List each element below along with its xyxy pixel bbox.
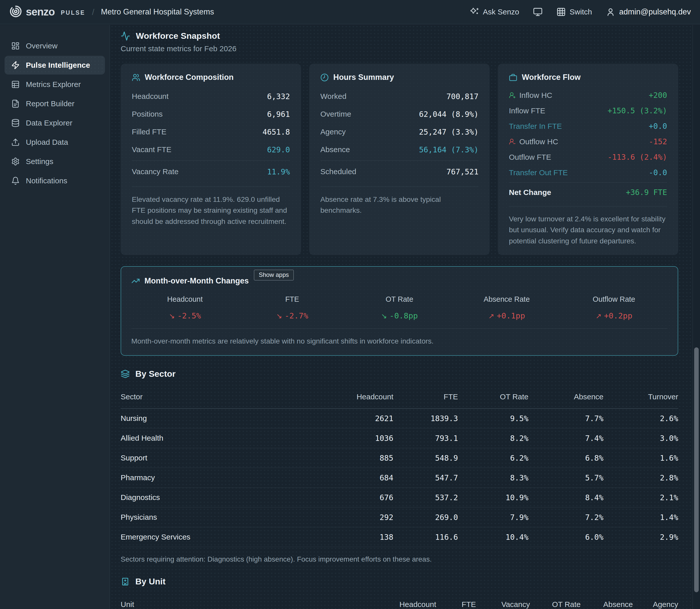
metric-value: 11.9% xyxy=(267,167,290,176)
column-header: Agency xyxy=(633,600,678,609)
ask-senzo-button[interactable]: Ask Senzo xyxy=(470,7,519,16)
metric-label: Vacancy Rate xyxy=(132,167,179,176)
row-value: 684 xyxy=(343,473,393,482)
sidebar-item-settings[interactable]: Settings xyxy=(4,152,105,171)
mom-metric-label: Outflow Rate xyxy=(560,295,667,303)
row-value: 1.4% xyxy=(604,513,678,522)
metric-value: 62,044 (8.9%) xyxy=(419,110,479,119)
row-value: 7.9% xyxy=(458,513,528,522)
row-value: 6.0% xyxy=(528,533,604,542)
metric-row: Outflow HC-152 xyxy=(509,134,667,149)
ask-senzo-label: Ask Senzo xyxy=(483,7,519,16)
metric-label: Net Change xyxy=(509,188,551,197)
row-value: 1036 xyxy=(343,434,393,443)
mom-metric-value: ↗+0.2pp xyxy=(560,311,667,320)
row-value: 10.4% xyxy=(458,533,528,542)
display-button[interactable] xyxy=(533,7,543,17)
user-menu[interactable]: admin@pulsehq.dev xyxy=(606,7,691,17)
sidebar-item-overview[interactable]: Overview xyxy=(4,36,105,55)
table-icon xyxy=(11,80,20,89)
metric-label: Agency xyxy=(320,127,346,136)
sidebar-item-label: Data Explorer xyxy=(26,119,72,127)
row-value: 138 xyxy=(343,533,393,542)
section-subtitle: Current state metrics for Feb 2026 xyxy=(121,45,678,53)
metric-label: Absence xyxy=(320,145,350,154)
sparkles-icon xyxy=(470,7,479,16)
metric-row: Transfer In FTE+0.0 xyxy=(509,118,667,134)
section-title: Workforce Snapshot xyxy=(136,31,220,41)
metric-value: 6,332 xyxy=(267,92,290,101)
row-value: 537.2 xyxy=(393,493,458,502)
row-value: 292 xyxy=(343,513,393,522)
sidebar-item-report-builder[interactable]: Report Builder xyxy=(4,94,105,113)
sidebar-item-label: Upload Data xyxy=(26,138,68,146)
sidebar-item-metrics-explorer[interactable]: Metrics Explorer xyxy=(4,75,105,94)
sidebar-item-data-explorer[interactable]: Data Explorer xyxy=(4,114,105,132)
metric-value: 767,521 xyxy=(447,167,479,176)
monitor-icon xyxy=(533,7,543,17)
by-unit-section: By Unit UnitHeadcountFTEVacancyOT RateAb… xyxy=(121,577,678,609)
database-icon xyxy=(11,119,20,127)
metric-row: Inflow HC+200 xyxy=(509,87,667,103)
mom-panel: Show apps Month-over-Month Changes Headc… xyxy=(121,266,678,356)
mom-metric: Absence Rate↗+0.1pp xyxy=(453,295,560,320)
users-icon xyxy=(132,73,140,82)
topbar: senzo PULSE / Metro General Hospital Sys… xyxy=(0,0,700,24)
row-value: 1839.3 xyxy=(393,414,458,423)
row-value: 7.4% xyxy=(528,434,604,443)
card-title: Workforce Composition xyxy=(145,73,234,82)
trend-arrow-icon: ↘ xyxy=(169,312,175,320)
workforce-snapshot-header: Workforce Snapshot xyxy=(121,31,678,41)
row-value: 9.5% xyxy=(458,414,528,423)
row-value: 885 xyxy=(343,454,393,463)
trending-up-icon xyxy=(131,277,140,285)
sidebar-item-notifications[interactable]: Notifications xyxy=(4,171,105,190)
activity-icon xyxy=(121,31,130,41)
row-value: 2621 xyxy=(343,414,393,423)
metric-value: 700,817 xyxy=(447,92,479,101)
row-value: 8.2% xyxy=(458,434,528,443)
metric-row: Inflow FTE+150.5 (3.2%) xyxy=(509,103,667,118)
metric-row: Overtime62,044 (8.9%) xyxy=(320,105,479,123)
card-metrics: Worked700,817Overtime62,044 (8.9%)Agency… xyxy=(320,87,479,180)
metric-value: 56,164 (7.3%) xyxy=(419,145,479,154)
row-label: Allied Health xyxy=(121,434,343,442)
row-value: 8.3% xyxy=(458,473,528,482)
switch-label: Switch xyxy=(570,7,592,16)
sidebar-item-upload-data[interactable]: Upload Data xyxy=(4,133,105,152)
scrollbar[interactable] xyxy=(693,25,700,609)
metric-label: Inflow HC xyxy=(519,91,552,100)
show-apps-button[interactable]: Show apps xyxy=(254,270,294,280)
row-label: Diagnostics xyxy=(121,493,343,502)
scrollbar-thumb[interactable] xyxy=(694,347,699,592)
user-icon xyxy=(606,7,615,17)
metric-value: +150.5 (3.2%) xyxy=(608,106,667,115)
metric-label: Worked xyxy=(320,92,346,101)
metric-row: Transfer Out FTE-0.0 xyxy=(509,165,667,180)
metric-row: Absence56,164 (7.3%) xyxy=(320,141,479,158)
switch-button[interactable]: Switch xyxy=(556,7,592,17)
table-header-row: SectorHeadcountFTEOT RateAbsenceTurnover xyxy=(121,386,678,409)
column-header: Unit xyxy=(121,600,391,609)
metric-row: Agency25,247 (3.3%) xyxy=(320,123,479,141)
mom-metric-value: ↘-2.7% xyxy=(238,311,346,320)
breadcrumb-separator: / xyxy=(92,7,94,17)
brand[interactable]: senzo PULSE xyxy=(9,5,85,19)
sidebar-nav: OverviewPulse IntelligenceMetrics Explor… xyxy=(4,36,105,190)
metric-row: Scheduled767,521 xyxy=(320,163,479,180)
metric-row: Worked700,817 xyxy=(320,87,479,105)
app-window: senzo PULSE / Metro General Hospital Sys… xyxy=(0,0,700,609)
metric-label: Overtime xyxy=(320,110,351,118)
grid-icon xyxy=(556,7,566,17)
column-header: Absence xyxy=(528,393,604,401)
metric-value: 25,247 (3.3%) xyxy=(419,127,479,136)
sidebar-item-pulse-intelligence[interactable]: Pulse Intelligence xyxy=(4,56,105,74)
metric-label: Scheduled xyxy=(320,167,356,176)
row-value: 6.2% xyxy=(458,454,528,463)
table-header-row: UnitHeadcountFTEVacancyOT RateAbsenceAge… xyxy=(121,594,678,609)
mom-metric-label: Absence Rate xyxy=(453,295,560,303)
gear-icon xyxy=(11,157,20,166)
hospital-icon xyxy=(121,577,130,586)
row-label: Support xyxy=(121,454,343,462)
card-workforce-flow: Workforce Flow Inflow HC+200Inflow FTE+1… xyxy=(498,64,678,255)
